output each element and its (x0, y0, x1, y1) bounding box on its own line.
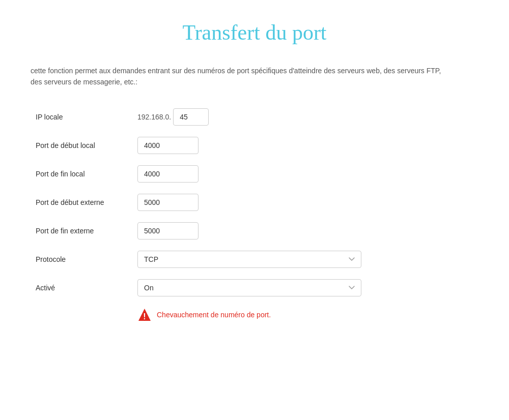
port-debut-externe-label: Port de début externe (36, 198, 137, 206)
active-select[interactable]: On Off (137, 279, 361, 296)
error-message: Chevauchement de numéro de port. (157, 311, 271, 319)
port-fin-externe-input[interactable] (137, 222, 199, 239)
port-debut-externe-row: Port de début externe (36, 194, 478, 211)
ip-input-group: 192.168.0. (137, 108, 209, 126)
port-debut-externe-input[interactable] (137, 194, 199, 211)
protocole-label: Protocole (36, 255, 137, 263)
page-description: cette fonction permet aux demandes entra… (31, 65, 448, 88)
port-fin-externe-row: Port de fin externe (36, 222, 478, 239)
ip-locale-label: IP locale (36, 113, 137, 121)
active-label: Activé (36, 284, 137, 292)
ip-locale-row: IP locale 192.168.0. (36, 108, 478, 126)
protocole-row: Protocole TCP UDP Both (36, 251, 478, 268)
port-fin-local-label: Port de fin local (36, 170, 137, 178)
page-title: Transfert du port (31, 20, 478, 45)
protocole-select[interactable]: TCP UDP Both (137, 251, 361, 268)
port-fin-local-input[interactable] (137, 165, 199, 183)
port-debut-local-row: Port de début local (36, 137, 478, 154)
form-section: IP locale 192.168.0. Port de début local… (31, 108, 478, 322)
ip-last-octet-input[interactable] (173, 108, 209, 126)
ip-static-text: 192.168.0. (137, 113, 171, 121)
warning-icon: ! (137, 308, 152, 322)
port-fin-local-row: Port de fin local (36, 165, 478, 183)
port-fin-externe-label: Port de fin externe (36, 227, 137, 235)
port-debut-local-label: Port de début local (36, 141, 137, 149)
svg-text:!: ! (143, 312, 146, 321)
error-row: ! Chevauchement de numéro de port. (137, 308, 478, 322)
active-row: Activé On Off (36, 279, 478, 296)
port-debut-local-input[interactable] (137, 137, 199, 154)
